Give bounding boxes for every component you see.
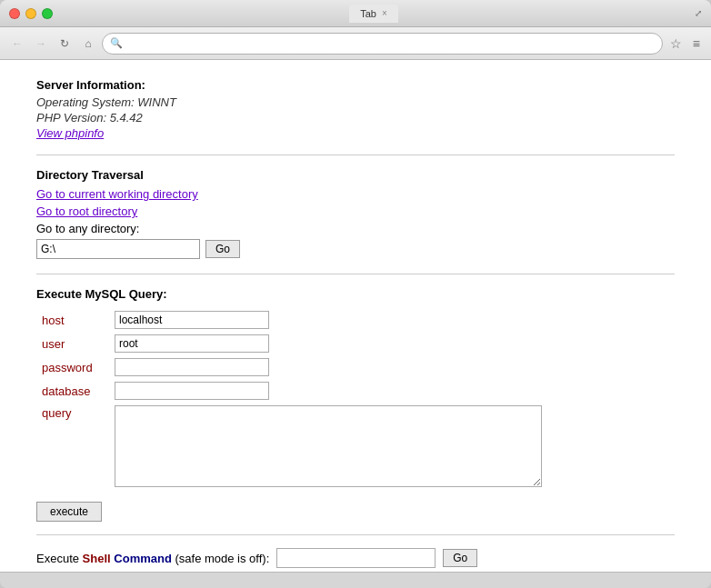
password-label: password [36,355,109,379]
database-row: database [36,379,547,403]
tab-close-icon[interactable]: × [382,8,387,18]
shell-label-suffix: (safe mode is off): [172,552,269,565]
directory-section: Directory Traversal Go to current workin… [36,168,675,259]
host-row: host [36,308,547,332]
current-dir-link[interactable]: Go to current working directory [36,187,675,201]
back-button[interactable]: ← [7,34,27,54]
shell-text: Shell [83,552,111,565]
phpinfo-link[interactable]: View phpinfo [36,126,104,140]
user-input[interactable] [115,334,269,353]
shell-input[interactable] [276,548,436,568]
any-dir-label: Go to any directory: [36,222,139,235]
dir-input[interactable] [36,239,200,259]
os-label: Operating System: WINNT [36,95,675,109]
cmd-text: Command [114,552,172,565]
page-content: Server Information: Operating System: WI… [0,60,711,572]
execute-button[interactable]: execute [36,502,102,522]
search-icon: 🔍 [110,37,123,49]
divider-2 [36,274,675,274]
divider-1 [36,154,675,155]
forward-icon: → [35,37,46,50]
browser-window: Tab × ⤢ ← → ↻ ⌂ 🔍 ☆ ≡ Server Informa [0,0,711,588]
tab-bar: Tab × [58,5,689,23]
host-input[interactable] [115,311,269,329]
shell-label: Execute Shell Command (safe mode is off)… [36,552,269,565]
query-label: query [36,403,109,493]
traffic-lights [9,8,53,19]
root-dir-link[interactable]: Go to root directory [36,204,675,218]
divider-3 [36,534,675,535]
server-info-title: Server Information: [36,78,675,92]
title-bar: Tab × ⤢ [0,0,711,27]
mysql-title: Execute MySQL Query: [36,287,675,301]
php-label: PHP Version: 5.4.42 [36,111,675,125]
user-label: user [36,332,109,355]
menu-icon[interactable]: ≡ [689,35,704,53]
tab-label: Tab [360,8,376,19]
password-input[interactable] [115,358,269,376]
dir-go-button[interactable]: Go [205,240,240,258]
toolbar-right: ☆ ≡ [666,35,704,53]
active-tab[interactable]: Tab × [349,5,398,23]
expand-icon[interactable]: ⤢ [695,8,702,18]
refresh-button[interactable]: ↻ [55,34,75,54]
database-label: database [36,379,109,403]
shell-section: Execute Shell Command (safe mode is off)… [36,548,675,568]
user-row: user [36,332,547,355]
address-bar[interactable]: 🔍 [102,33,663,55]
refresh-icon: ↻ [60,37,69,50]
host-label: host [36,308,109,332]
mysql-section: Execute MySQL Query: host user password … [36,287,675,522]
shell-label-prefix: Execute [36,552,83,565]
directory-title: Directory Traversal [36,168,675,182]
home-button[interactable]: ⌂ [78,34,98,54]
forward-button[interactable]: → [31,34,51,54]
home-icon: ⌂ [85,37,91,50]
dir-input-row: Go [36,239,675,259]
mysql-title-highlight: MySQL Query [85,287,163,301]
mysql-title-prefix: Execute [36,287,85,301]
toolbar: ← → ↻ ⌂ 🔍 ☆ ≡ [0,27,711,60]
status-bar [0,572,711,588]
password-row: password [36,355,547,379]
database-input[interactable] [115,382,269,400]
mysql-title-suffix: : [163,287,166,301]
server-info-section: Server Information: Operating System: WI… [36,78,675,140]
star-icon[interactable]: ☆ [666,35,686,53]
shell-go-button[interactable]: Go [443,549,477,567]
mysql-form-table: host user password database query [36,308,547,493]
query-textarea[interactable] [115,405,542,487]
back-icon: ← [12,37,23,50]
close-button[interactable] [9,8,20,19]
query-row: query [36,403,547,493]
maximize-button[interactable] [42,8,53,19]
any-dir-row: Go to any directory: [36,222,675,235]
minimize-button[interactable] [25,8,36,19]
